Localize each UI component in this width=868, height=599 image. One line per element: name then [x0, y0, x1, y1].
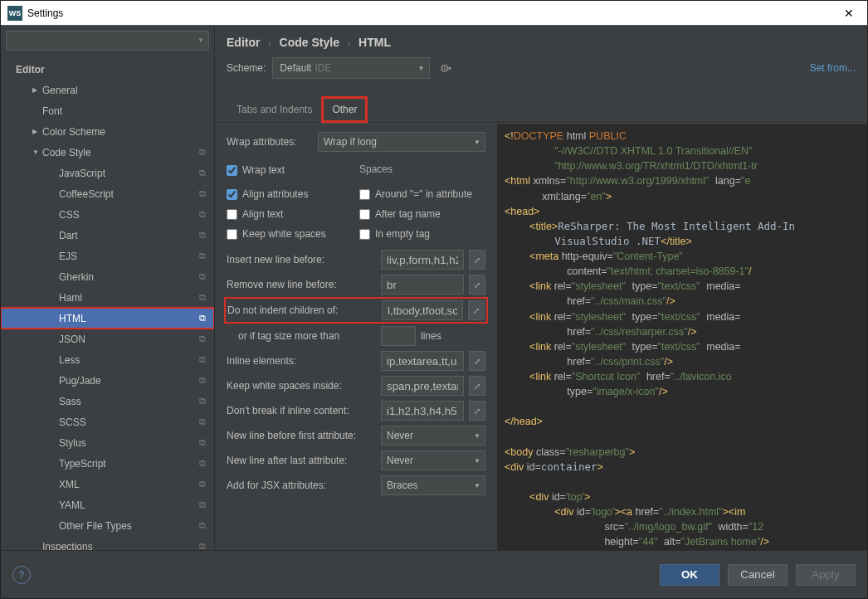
expand-icon[interactable]: ⤢ [469, 401, 485, 421]
tab-tabs-indents[interactable]: Tabs and Indents [227, 97, 322, 122]
close-button[interactable]: ✕ [837, 3, 861, 23]
wrap-attributes-row: Wrap attributes: Wrap if long ▼ [227, 132, 485, 152]
check-align-attributes[interactable]: Align attributes [227, 188, 359, 200]
tree-item-css[interactable]: CSS⧉ [1, 204, 214, 225]
copy-icon: ⧉ [199, 230, 206, 241]
check-keep-white[interactable]: Keep white spaces [227, 228, 359, 240]
copy-icon: ⧉ [199, 479, 206, 489]
tree-item-color-scheme[interactable]: ▶Color Scheme [1, 121, 214, 142]
tree-item-javascript[interactable]: JavaScript⧉ [1, 163, 214, 183]
form-column: Wrap attributes: Wrap if long ▼ Wrap tex… [215, 124, 497, 550]
chevron-down-icon: ▼ [474, 482, 480, 489]
ok-button[interactable]: OK [660, 564, 719, 586]
no-indent-input[interactable] [382, 300, 463, 320]
tree-item-inspections[interactable]: Inspections⧉ [1, 536, 214, 550]
tag-size-row: or if tag size more than lines [227, 326, 485, 346]
breadcrumb: Editor › Code Style › HTML [215, 26, 867, 57]
tree-item-code-style[interactable]: ▼Code Style⧉ [1, 142, 214, 163]
copy-icon: ⧉ [199, 396, 206, 407]
copy-icon: ⧉ [199, 499, 206, 510]
tree-item-yaml[interactable]: YAML⧉ [1, 494, 214, 515]
expand-icon[interactable]: ⤢ [469, 351, 485, 371]
breadcrumb-1: Code Style [280, 36, 339, 49]
sidebar: 🔍 ▼ Editor ▶GeneralFont▶Color Scheme▼Cod… [1, 26, 215, 550]
search-input[interactable] [6, 31, 209, 51]
chevron-down-icon: ▼ [474, 457, 480, 465]
jsx-attr-combo[interactable]: Braces▼ [381, 475, 485, 495]
tree-item-xml[interactable]: XML⧉ [1, 474, 214, 494]
copy-icon: ⧉ [199, 188, 206, 199]
no-indent-row: Do not indent children of: ⤢ [227, 300, 485, 321]
chevron-right-icon: › [268, 39, 271, 48]
check-in-empty[interactable]: In empty tag [359, 228, 485, 240]
cancel-button[interactable]: Cancel [728, 564, 788, 586]
check-align-text[interactable]: Align text [227, 208, 359, 220]
copy-icon: ⧉ [199, 541, 206, 550]
titlebar: WS Settings ✕ [1, 1, 867, 26]
copy-icon: ⧉ [199, 209, 206, 220]
tree-arrow-icon: ▶ [32, 128, 42, 135]
tree-item-stylus[interactable]: Stylus⧉ [1, 432, 214, 453]
expand-icon[interactable]: ⤢ [469, 275, 485, 295]
tree-item-gherkin[interactable]: Gherkin⧉ [1, 266, 214, 287]
tree-item-pug-jade[interactable]: Pug/Jade⧉ [1, 370, 214, 391]
tree-item-ejs[interactable]: EJS⧉ [1, 246, 214, 266]
expand-icon[interactable]: ⤢ [468, 300, 485, 320]
copy-icon: ⧉ [199, 313, 206, 324]
tree-item-typescript[interactable]: TypeScript⧉ [1, 453, 214, 474]
tree-item-haml[interactable]: Haml⧉ [1, 287, 214, 308]
inline-row: Inline elements: ⤢ [227, 351, 485, 371]
tag-size-input[interactable] [381, 326, 416, 346]
tree-item-general[interactable]: ▶General [1, 80, 214, 100]
spaces-header: Spaces [359, 160, 485, 180]
insert-newline-input[interactable] [381, 250, 464, 270]
chevron-down-icon: ▼ [474, 139, 480, 146]
wrap-attributes-combo[interactable]: Wrap if long ▼ [318, 132, 485, 152]
nl-before-first-combo[interactable]: Never▼ [381, 426, 485, 446]
tree-item-scss[interactable]: SCSS⧉ [1, 412, 214, 432]
nl-after-last-combo[interactable]: Never▼ [381, 450, 485, 470]
expand-icon[interactable]: ⤢ [469, 376, 485, 396]
apply-button[interactable]: Apply [796, 564, 856, 586]
chevron-right-icon: › [348, 39, 350, 48]
breadcrumb-2: HTML [358, 36, 391, 49]
insert-newline-row: Insert new line before: ⤢ [227, 250, 485, 270]
remove-newline-input[interactable] [381, 275, 464, 295]
copy-icon: ⧉ [199, 416, 206, 427]
chevron-down-icon: ▼ [474, 432, 480, 440]
check-wrap-text[interactable]: Wrap text [227, 160, 359, 180]
copy-icon: ⧉ [199, 520, 206, 531]
keep-ws-input[interactable] [381, 376, 464, 396]
tree-item-html[interactable]: HTML⧉ [1, 308, 214, 329]
no-break-input[interactable] [381, 401, 464, 421]
tree-item-other-file-types[interactable]: Other File Types⧉ [1, 515, 214, 536]
tree-item-font[interactable]: Font [1, 100, 214, 121]
breadcrumb-0: Editor [227, 36, 260, 49]
footer: ? OK Cancel Apply [1, 550, 867, 598]
tree-item-sass[interactable]: Sass⧉ [1, 391, 214, 412]
set-from-link[interactable]: Set from... [810, 62, 856, 74]
nl-after-last-row: New line after last attribute: Never▼ [227, 450, 485, 470]
scheme-label: Scheme: [227, 62, 266, 74]
scheme-combo[interactable]: Default IDE ▼ [272, 57, 430, 79]
copy-icon: ⧉ [199, 334, 206, 344]
main-panel: Editor › Code Style › HTML Scheme: Defau… [215, 26, 867, 550]
tree-item-json[interactable]: JSON⧉ [1, 329, 214, 349]
window-title: Settings [27, 7, 837, 19]
inline-input[interactable] [381, 351, 464, 371]
help-button[interactable]: ? [12, 566, 31, 584]
expand-icon[interactable]: ⤢ [469, 250, 485, 270]
chevron-down-icon[interactable]: ▼ [197, 37, 204, 44]
tree-header-editor[interactable]: Editor [1, 59, 214, 80]
check-after-tag[interactable]: After tag name [359, 208, 485, 220]
keep-ws-row: Keep white spaces inside: ⤢ [227, 376, 485, 396]
copy-icon: ⧉ [199, 251, 206, 261]
tree-item-dart[interactable]: Dart⧉ [1, 225, 214, 246]
tab-other[interactable]: Other [322, 97, 367, 122]
tree-arrow-icon: ▼ [32, 149, 42, 156]
app-icon: WS [7, 6, 22, 21]
tree-item-coffeescript[interactable]: CoffeeScript⧉ [1, 183, 214, 204]
copy-icon: ⧉ [199, 147, 206, 158]
tree-item-less[interactable]: Less⧉ [1, 349, 214, 370]
check-around-eq[interactable]: Around "=" in attribute [359, 188, 485, 200]
